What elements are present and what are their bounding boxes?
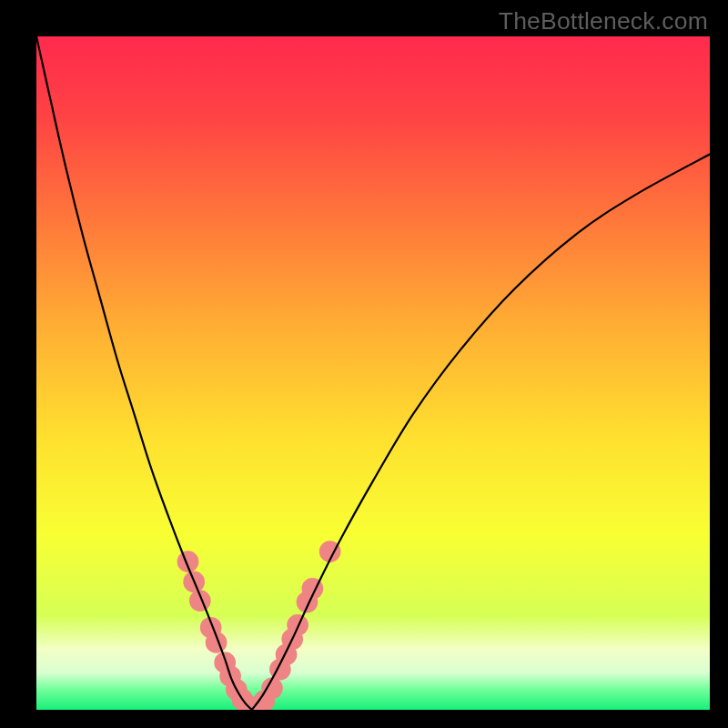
data-marker bbox=[177, 551, 199, 572]
curve-layer bbox=[36, 36, 710, 710]
curve-left-branch bbox=[36, 36, 252, 710]
watermark-text: TheBottleneck.com bbox=[499, 7, 708, 35]
chart-stage: TheBottleneck.com bbox=[0, 0, 728, 728]
plot-area bbox=[36, 36, 710, 710]
data-markers bbox=[177, 541, 341, 710]
data-marker bbox=[287, 614, 308, 636]
curve-right-branch bbox=[252, 155, 710, 711]
